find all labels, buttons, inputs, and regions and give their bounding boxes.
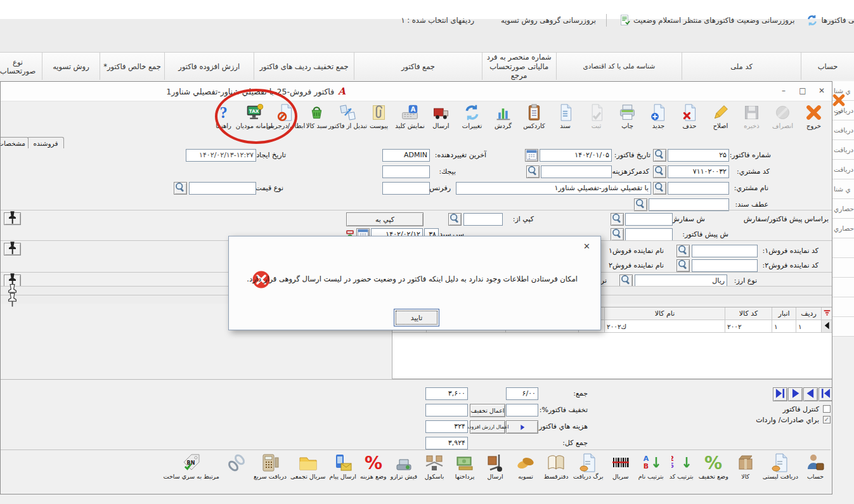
nav-last-button[interactable]	[773, 387, 787, 401]
bottom-item-weighbridge[interactable]: باسکول	[419, 453, 450, 494]
invoice-discount-input[interactable]	[506, 404, 538, 417]
customer-code-search-button[interactable]	[653, 165, 666, 178]
customer-detail-input[interactable]	[668, 182, 729, 195]
filter-icon[interactable]	[821, 307, 832, 320]
cell-anbar[interactable]: ۱	[772, 320, 796, 333]
copy-from-input[interactable]	[463, 213, 503, 226]
toolbar-item-post[interactable]: ثبت	[581, 101, 612, 137]
toolbar-item-voucher[interactable]: سند	[550, 101, 581, 137]
column-0[interactable]: حساب	[801, 52, 854, 81]
toolbar-item-changes[interactable]: تغييرات	[456, 101, 488, 137]
bottom-item-goods[interactable]: کالا	[730, 453, 761, 494]
grid-header-radif[interactable]: رديف	[796, 307, 821, 320]
discount-amount-input[interactable]	[425, 404, 468, 417]
bottom-item-batch-series[interactable]: BN مرتبط به سري ساخت	[162, 453, 221, 494]
toolbar-item-attachment[interactable]: پيوست	[363, 101, 394, 137]
bottom-item-account[interactable]: حساب	[800, 453, 831, 494]
column-5[interactable]: جمع تخفیف ردیف های فاکتور	[254, 52, 354, 81]
toolbar-item-goods-basket[interactable]: سبد کالا	[301, 101, 332, 137]
bottom-item-send-message[interactable]: ارسال پیام	[328, 453, 358, 494]
bottom-item-scale-slip[interactable]: فیش ترازو	[389, 453, 419, 494]
side-row-5[interactable]: ي شنا	[832, 179, 854, 199]
column-4[interactable]: جمع فاکتور	[354, 52, 481, 81]
toolbar-item-exit[interactable]: خروج	[798, 101, 829, 137]
side-row-8[interactable]	[832, 238, 854, 258]
bottom-item-sort-by-code[interactable]: 3245 بترتیب کد	[666, 453, 697, 494]
control-invoice-checkbox[interactable]	[823, 405, 831, 413]
error-close-icon[interactable]: ✕	[583, 242, 590, 251]
bottom-item-quick-receive[interactable]: دریافت سریع	[252, 453, 288, 494]
side-row-3[interactable]: دریافت	[832, 140, 854, 160]
copy-from-search-button[interactable]	[448, 213, 462, 226]
copy-to-button[interactable]: کپي به	[346, 212, 424, 226]
column-2[interactable]: شناسه ملی یا کد اقتصادی	[556, 52, 682, 81]
background-exit-icon[interactable]	[831, 93, 846, 108]
reference-input[interactable]	[382, 182, 430, 195]
cost-center-search-button[interactable]	[526, 165, 540, 178]
agent1-code-input[interactable]	[692, 245, 758, 257]
toolbar-item-send[interactable]: ارسال	[425, 101, 456, 137]
side-row-12[interactable]	[832, 317, 854, 337]
last-modifier-input[interactable]: ADMIN	[382, 149, 430, 162]
action-update-pending-status[interactable]: بروزرسانی وضعیت فاکتورهای منتظر استعلام …	[618, 14, 794, 27]
pin-section-agents-button[interactable]	[4, 243, 21, 255]
agent1-code-search-button[interactable]	[676, 245, 690, 257]
bottom-item-dispatch[interactable]: ارسال	[480, 453, 510, 494]
invoice-no-search-button[interactable]	[653, 149, 666, 162]
tab-seller[interactable]: فروشنده	[27, 137, 64, 148]
action-group-settle-method[interactable]: بروزرسانی گروهی روش تسویه	[486, 14, 607, 27]
column-1[interactable]: کد ملی	[682, 52, 801, 81]
action-selected-rows[interactable]: ردیفهای انتخاب شده : ۱	[385, 14, 474, 27]
side-row-10[interactable]	[832, 278, 854, 297]
column-9[interactable]: نوع صورتحساب	[0, 52, 42, 81]
minimize-button[interactable]: –	[775, 85, 792, 97]
invoice-date-calendar-button[interactable]	[525, 149, 538, 162]
currency-input[interactable]: ريال	[635, 275, 727, 287]
toolbar-item-save[interactable]: ذخيره	[736, 101, 767, 137]
price-type-search-button[interactable]	[174, 182, 187, 195]
column-6[interactable]: ارزش افزوده فاکتور	[164, 52, 254, 81]
toolbar-item-print[interactable]: چاپ	[612, 101, 643, 137]
bottom-item-bulk-serial[interactable]: سریال تجمعی	[288, 453, 327, 494]
bottom-item-serial[interactable]: سریال	[605, 453, 636, 494]
tab-specs[interactable]: مشخصات	[0, 137, 29, 148]
customer-code-input[interactable]: ۷۱۱۰۲۰۰۳۲	[668, 165, 729, 178]
action-group-send[interactable]: ارسال گروهی فاکتورها	[806, 14, 854, 27]
invoice-date-input[interactable]: ۱۴۰۲/۰۱/۰۵	[540, 149, 612, 162]
order-no-input[interactable]	[625, 213, 673, 226]
bottom-item-settlement[interactable]: تسویه	[510, 453, 541, 494]
grid-header-code[interactable]: کد کالا	[725, 307, 772, 320]
doc-ref-search-button[interactable]	[634, 198, 647, 211]
proforma-no-search-button[interactable]	[611, 228, 624, 241]
nav-first-button[interactable]	[818, 387, 832, 401]
nav-next-button[interactable]	[788, 387, 803, 401]
bottom-item-receipt-sheet[interactable]: برگ دریافت	[571, 453, 605, 494]
customer-name-search-button[interactable]	[653, 182, 666, 195]
invoice-no-input[interactable]: ۲۵	[668, 149, 729, 162]
proforma-no-input[interactable]	[625, 228, 673, 241]
cell-code[interactable]: ۲۰۰۲	[725, 320, 772, 333]
agent2-code-input[interactable]	[692, 259, 758, 272]
side-row-4[interactable]: دریافت	[832, 160, 854, 179]
column-8[interactable]: روش تسویه	[42, 52, 100, 81]
error-ok-button[interactable]: تایید	[394, 309, 439, 326]
doc-ref-input[interactable]	[649, 198, 729, 211]
bottom-item-list-receive[interactable]: دریافت لیستی	[761, 453, 800, 494]
price-type-input[interactable]	[189, 182, 256, 195]
currency-search-button[interactable]	[619, 275, 633, 287]
apply-discount-button[interactable]: اعمال تخفيف	[470, 404, 505, 417]
order-no-search-button[interactable]	[611, 213, 624, 226]
toolbar-item-cancel[interactable]: انصراف	[767, 101, 798, 137]
side-row-9[interactable]	[832, 258, 854, 278]
apply-vat-button[interactable]: اعمال ارزش افزوده	[470, 420, 505, 434]
column-7[interactable]: جمع خالص فاکتور*	[100, 52, 164, 81]
bottom-item-sort-by-name[interactable]: AB بترتیب نام	[636, 453, 666, 494]
bottom-item-discount-set[interactable]: % وضع تخفیف	[697, 453, 730, 494]
invoice-costs-button[interactable]	[506, 420, 538, 434]
bottom-item-expense-set[interactable]: % وضع هزینه	[358, 453, 389, 494]
toolbar-item-new[interactable]: جديد	[643, 101, 674, 137]
toolbar-item-kardex[interactable]: کاردکس	[519, 101, 550, 137]
customer-name-input[interactable]: با تقصيلي شناور-تفصيلي شناور۱	[456, 182, 651, 195]
side-row-6[interactable]: حصاري	[832, 199, 854, 219]
maximize-button[interactable]: □	[794, 85, 811, 97]
